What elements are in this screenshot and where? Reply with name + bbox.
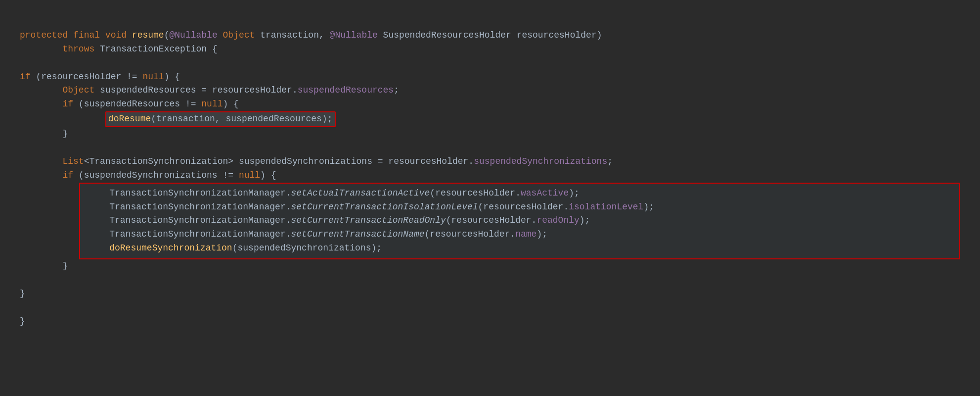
code-line-tl3: } (20, 287, 960, 301)
highlight-line-hb4: TransactionSynchronizationManager.setCur… (88, 228, 951, 242)
code-line-l8: } (20, 127, 960, 141)
code-line-l4: if (resourcesHolder != null) { (20, 70, 960, 84)
code-line-l7: doResume(transaction, suspendedResources… (20, 111, 960, 127)
code-line-l10: List<TransactionSynchronization> suspend… (20, 155, 960, 169)
code-container: protected final void resume(@Nullable Ob… (0, 0, 980, 344)
code-line-l2: throws TransactionException { (20, 43, 960, 56)
highlight-box-multi: TransactionSynchronizationManager.setAct… (79, 183, 960, 259)
code-line-l11: if (suspendedSynchronizations != null) { (20, 169, 960, 183)
code-line-l9 (20, 141, 960, 155)
highlight-single: doResume(transaction, suspendedResources… (105, 111, 336, 127)
code-line-l6: if (suspendedResources != null) { (20, 98, 960, 111)
code-line-tl5: } (20, 315, 960, 329)
highlight-line-hb3: TransactionSynchronizationManager.setCur… (88, 214, 951, 228)
highlight-line-hb2: TransactionSynchronizationManager.setCur… (88, 200, 951, 214)
code-line-l5: Object suspendedResources = resourcesHol… (20, 84, 960, 98)
code-line-l3 (20, 56, 960, 70)
highlight-line-hb1: TransactionSynchronizationManager.setAct… (88, 187, 951, 200)
code-line-tl4 (20, 301, 960, 315)
code-line-tl1: } (20, 259, 960, 273)
code-line-tl2 (20, 273, 960, 287)
highlight-block: TransactionSynchronizationManager.setAct… (20, 183, 960, 259)
highlight-line-hb5: doResumeSynchronization(suspendedSynchro… (88, 242, 951, 255)
code-line-l1: protected final void resume(@Nullable Ob… (20, 29, 960, 43)
